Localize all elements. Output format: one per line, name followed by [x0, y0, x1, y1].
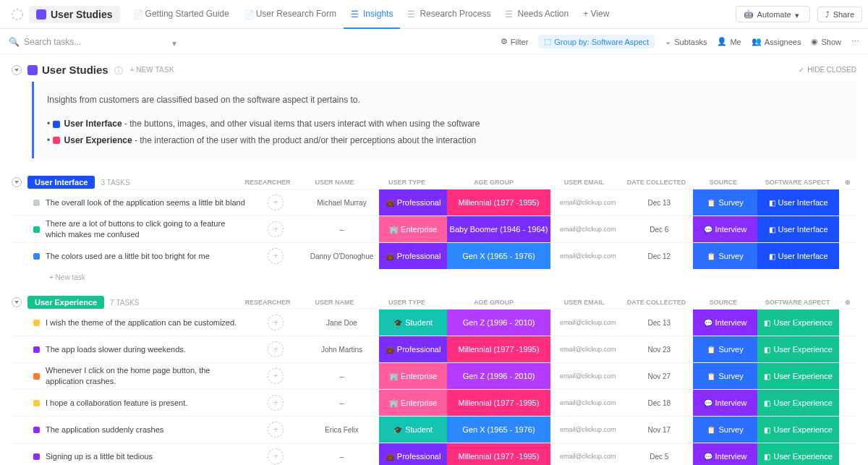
col-researcher[interactable]: RESEARCHER: [239, 299, 297, 306]
cell-software-aspect[interactable]: ◧User Experience: [757, 310, 839, 336]
cell-software-aspect[interactable]: ◧User Experience: [757, 336, 839, 362]
cell-user-name[interactable]: –: [305, 453, 380, 461]
app-logo-icon[interactable]: [9, 6, 26, 23]
cell-date-collected[interactable]: Dec 12: [626, 252, 694, 260]
cell-age-group[interactable]: Gen X (1965 - 1976): [447, 417, 550, 443]
cell-age-group[interactable]: Millennial (1977 -1995): [447, 336, 550, 362]
cell-user-email[interactable]: email@clickup.com: [550, 252, 626, 260]
col-user-name[interactable]: USER NAME: [297, 299, 373, 306]
cell-user-type[interactable]: 🎓Student: [379, 417, 447, 443]
cell-user-name[interactable]: Michael Murray: [305, 199, 380, 207]
tab-research-process[interactable]: ☰Research Process: [400, 0, 498, 29]
info-icon[interactable]: ⓘ: [114, 65, 124, 75]
col-source[interactable]: SOURCE: [691, 299, 756, 306]
cell-user-type[interactable]: 🏢Enterprise: [379, 363, 447, 389]
cell-user-type[interactable]: 🏢Enterprise: [379, 390, 447, 416]
task-row[interactable]: Whenever I click on the home page button…: [12, 362, 856, 389]
group-badge[interactable]: User Experience: [27, 296, 104, 309]
cell-user-type[interactable]: 💼Professional: [379, 189, 447, 216]
task-row[interactable]: I hope a collaboration feature is presen…: [12, 389, 856, 416]
assignee-add-button[interactable]: +: [268, 248, 284, 264]
cell-user-name[interactable]: Danny O'Donoghue: [305, 252, 380, 260]
cell-user-type[interactable]: 🎓Student: [379, 310, 447, 336]
subtasks-button[interactable]: ⌄Subtasks: [665, 37, 707, 46]
cell-date-collected[interactable]: Nov 17: [626, 426, 694, 434]
cell-user-email[interactable]: email@clickup.com: [550, 453, 626, 460]
task-row[interactable]: The overall look of the application seem…: [12, 189, 856, 216]
collapse-group-button[interactable]: [12, 177, 22, 187]
col-user-name[interactable]: USER NAME: [297, 179, 373, 186]
filter-button[interactable]: ⚙Filter: [501, 37, 528, 46]
space-title[interactable]: User Studies: [29, 6, 120, 23]
cell-user-email[interactable]: email@clickup.com: [550, 319, 626, 326]
automate-button[interactable]: 🤖 Automate ▾: [736, 6, 810, 22]
task-row[interactable]: There are a lot of buttons to click goin…: [12, 216, 856, 242]
cell-source[interactable]: 📋Survey: [693, 189, 757, 216]
status-dot[interactable]: [33, 320, 40, 326]
cell-age-group[interactable]: Gen X (1965 - 1976): [447, 243, 550, 269]
cell-software-aspect[interactable]: ◧User Experience: [757, 390, 839, 416]
status-dot[interactable]: [33, 373, 40, 380]
assignee-add-button[interactable]: +: [268, 221, 284, 237]
collapse-list-button[interactable]: [12, 65, 22, 75]
cell-user-email[interactable]: email@clickup.com: [550, 426, 626, 433]
cell-age-group[interactable]: Millennial (1977 -1995): [447, 189, 550, 216]
share-button[interactable]: ⤴ Share: [817, 7, 862, 22]
add-task-row[interactable]: + New task: [12, 269, 856, 286]
status-dot[interactable]: [33, 400, 40, 406]
cell-user-name[interactable]: –: [305, 399, 380, 407]
cell-software-aspect[interactable]: ◧User Experience: [757, 417, 839, 443]
cell-software-aspect[interactable]: ◧User Interface: [757, 243, 839, 269]
add-column-button[interactable]: ⊕: [839, 299, 856, 306]
cell-software-aspect[interactable]: ◧User Experience: [757, 363, 839, 389]
cell-date-collected[interactable]: Dec 18: [626, 399, 694, 407]
assignee-add-button[interactable]: +: [268, 341, 284, 357]
cell-source[interactable]: 💬Interview: [693, 216, 757, 242]
cell-user-name[interactable]: –: [305, 226, 380, 234]
tab-needs-action[interactable]: ☰Needs Action: [498, 0, 576, 29]
col-researcher[interactable]: RESEARCHER: [239, 179, 297, 186]
cell-age-group[interactable]: Gen Z (1996 - 2010): [447, 363, 550, 389]
cell-user-name[interactable]: Erica Felix: [305, 426, 380, 434]
cell-user-email[interactable]: email@clickup.com: [550, 372, 626, 380]
me-button[interactable]: 👤Me: [717, 37, 741, 46]
task-row[interactable]: The app loads slower during weekends. + …: [12, 336, 856, 362]
cell-user-type[interactable]: 💼Professional: [379, 243, 447, 269]
assignee-add-button[interactable]: +: [268, 395, 284, 411]
cell-user-email[interactable]: email@clickup.com: [550, 226, 626, 233]
group-badge[interactable]: User Interface: [27, 176, 95, 189]
cell-source[interactable]: 💬Interview: [693, 390, 757, 416]
assignee-add-button[interactable]: +: [268, 368, 284, 384]
col-user-type[interactable]: USER TYPE: [373, 299, 441, 306]
cell-source[interactable]: 📋Survey: [693, 417, 757, 443]
cell-user-type[interactable]: 💼Professional: [379, 336, 447, 362]
cell-user-email[interactable]: email@clickup.com: [550, 399, 626, 406]
task-row[interactable]: Signing up is a little bit tedious + – 💼…: [12, 443, 856, 465]
col-date-collected[interactable]: DATE COLLECTED: [622, 179, 691, 186]
cell-source[interactable]: 💬Interview: [693, 310, 757, 336]
tab-user-research-form[interactable]: 📄User Research Form: [237, 0, 344, 29]
cell-date-collected[interactable]: Nov 23: [626, 346, 694, 354]
cell-user-name[interactable]: –: [305, 372, 380, 380]
cell-date-collected[interactable]: Dec 13: [626, 319, 694, 327]
status-dot[interactable]: [33, 453, 40, 460]
search-input[interactable]: 🔍 Search tasks... ▾: [9, 37, 179, 47]
more-button[interactable]: ⋯: [851, 37, 859, 46]
status-dot[interactable]: [33, 200, 40, 206]
cell-date-collected[interactable]: Dec 6: [626, 226, 694, 234]
cell-date-collected[interactable]: Nov 27: [626, 372, 694, 380]
add-view-button[interactable]: + View: [576, 0, 616, 29]
tab-getting-started[interactable]: 📄Getting Started Guide: [126, 0, 237, 29]
cell-user-type[interactable]: 💼Professional: [379, 443, 447, 465]
groupby-button[interactable]: ⬚Group by: Software Aspect: [538, 35, 655, 48]
task-row[interactable]: The application suddenly crashes + Erica…: [12, 416, 856, 443]
col-software-aspect[interactable]: SOFTWARE ASPECT: [756, 179, 839, 186]
cell-user-name[interactable]: Jane Doe: [305, 319, 380, 327]
cell-age-group[interactable]: Gen Z (1996 - 2010): [447, 310, 550, 336]
col-age-group[interactable]: AGE GROUP: [441, 179, 546, 186]
status-dot[interactable]: [33, 253, 40, 260]
assignee-add-button[interactable]: +: [268, 422, 284, 438]
cell-source[interactable]: 📋Survey: [693, 243, 757, 269]
collapse-group-button[interactable]: [12, 297, 22, 307]
cell-source[interactable]: 📋Survey: [693, 336, 757, 362]
